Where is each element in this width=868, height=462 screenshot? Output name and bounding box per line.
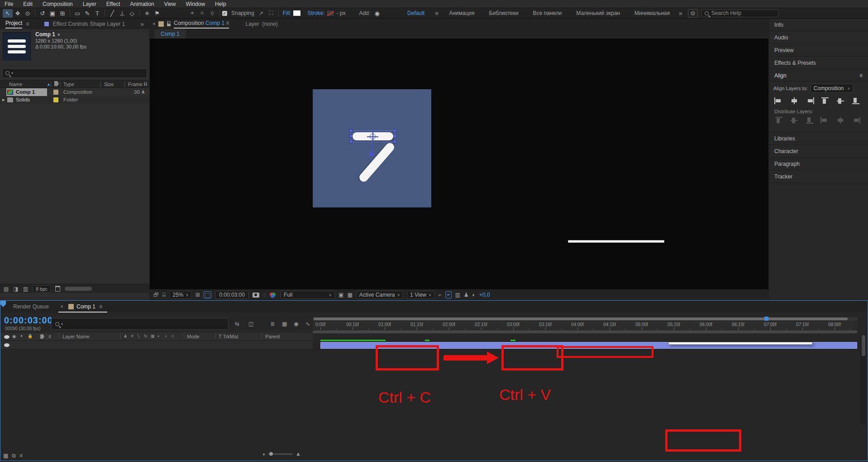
align-panel-menu-icon[interactable]: ≡: [859, 72, 863, 79]
tab-effect-controls[interactable]: Effect Controls Shape Layer 1: [52, 21, 125, 27]
add-menu-icon[interactable]: ◉: [372, 9, 382, 18]
workspace-item[interactable]: Библиотеки: [489, 10, 518, 16]
project-tab-menu-icon[interactable]: ≡: [26, 21, 29, 27]
expand-inout-icon[interactable]: ≡: [19, 452, 23, 459]
expand-layers-icon[interactable]: ▦: [3, 452, 8, 459]
trash-icon[interactable]: [55, 286, 60, 292]
project-proxy-icon[interactable]: ▥: [23, 286, 28, 292]
timeline-zoom-slider[interactable]: [268, 453, 293, 455]
roto-brush-tool[interactable]: ✳: [142, 9, 152, 18]
snapshot-icon[interactable]: [253, 293, 259, 298]
comp-canvas[interactable]: [313, 89, 431, 207]
menubar-item-window[interactable]: Window: [186, 1, 205, 7]
project-item-name[interactable]: Comp 1: [16, 89, 35, 95]
shape-diagonal-bar[interactable]: [358, 141, 396, 183]
pixel-aspect-icon[interactable]: ⌐: [438, 292, 441, 298]
comp-tab-close-icon[interactable]: ×: [153, 21, 156, 27]
project-row[interactable]: Comp 1Composition30♟: [0, 88, 149, 96]
work-area-bar[interactable]: [313, 330, 857, 333]
search-help-box[interactable]: Search Help: [701, 10, 778, 17]
primary-viewer-icon[interactable]: ⌸: [162, 292, 166, 298]
workspace-menu-icon[interactable]: ≡: [432, 9, 442, 18]
workspace-default[interactable]: Default: [407, 10, 424, 16]
align-cv-button[interactable]: [790, 97, 799, 104]
align-r-button[interactable]: [805, 97, 814, 104]
bit-depth-button[interactable]: 8 bpc: [33, 285, 51, 293]
comp-label-swatch[interactable]: [158, 21, 164, 27]
snapping-checkbox[interactable]: ✓: [222, 11, 227, 16]
sidebar-panel-preview[interactable]: Preview: [769, 44, 868, 57]
pan-behind-tool[interactable]: ⊞: [57, 9, 67, 18]
local-axis-icon[interactable]: ⌖: [187, 9, 197, 18]
view-axis-icon[interactable]: ◊: [207, 9, 217, 18]
clone-stamp-tool[interactable]: ⊥: [117, 9, 127, 18]
menubar-item-effect[interactable]: Effect: [106, 1, 120, 7]
sidebar-panel-audio[interactable]: Audio: [769, 31, 868, 44]
timeline-tab-close-icon[interactable]: ×: [60, 303, 63, 310]
fill-swatch[interactable]: [293, 10, 301, 16]
motion-blur-icon[interactable]: ◉: [294, 321, 298, 327]
menubar-item-file[interactable]: File: [5, 1, 13, 7]
project-column-size[interactable]: Size: [104, 82, 114, 87]
region-of-interest-icon[interactable]: ⬚: [204, 291, 211, 298]
grid-guides-icon[interactable]: ⊞: [196, 292, 200, 298]
sidebar-panel-tracker[interactable]: Tracker: [769, 170, 868, 183]
menubar-item-edit[interactable]: Edit: [23, 1, 33, 7]
camera-dropdown[interactable]: Active Camera∨: [356, 291, 403, 299]
index-column-label[interactable]: #: [48, 334, 51, 339]
fill-label[interactable]: Fill:: [283, 10, 291, 16]
mode-column-label[interactable]: Mode: [187, 334, 200, 339]
expand-modes-icon[interactable]: ⧉: [12, 452, 16, 459]
label-swatch[interactable]: [53, 90, 58, 95]
stroke-width-label[interactable]: - px: [336, 10, 345, 16]
magnification-dropdown[interactable]: 25%∨: [169, 291, 192, 299]
puppet-pin-tool[interactable]: ⚑: [152, 9, 162, 18]
stroke-label[interactable]: Stroke:: [307, 10, 324, 16]
sidebar-panel-effects-presets[interactable]: Effects & Presets: [769, 57, 868, 69]
view-layout-dropdown[interactable]: 1 View∨: [407, 291, 434, 299]
tab-composition[interactable]: Composition Comp 1 ≡: [174, 20, 229, 29]
sidebar-panel-libraries[interactable]: Libraries: [769, 132, 868, 145]
timeline-vscrollbar[interactable]: [861, 334, 866, 425]
align-target-dropdown[interactable]: Composition∨: [811, 84, 854, 93]
snap-feature-icon[interactable]: ⛶: [266, 9, 276, 18]
tab-project[interactable]: Project: [5, 20, 22, 29]
show-snapshot-icon[interactable]: ◌: [263, 292, 266, 298]
mini-flowchart-icon[interactable]: ⇆: [235, 321, 239, 327]
timeline-tab-menu-icon[interactable]: ≡: [99, 303, 102, 310]
transparency-grid-icon[interactable]: ▦: [347, 292, 352, 298]
project-search-input[interactable]: ▾: [2, 68, 147, 78]
workspace-item[interactable]: Маленький экран: [576, 10, 620, 16]
snap-key-icon[interactable]: ↗: [256, 9, 266, 18]
zoom-tool[interactable]: ⊙: [23, 9, 33, 18]
current-time-display[interactable]: 0:00:03:00: [4, 315, 53, 326]
project-item-name[interactable]: Solids: [16, 97, 30, 102]
resolution-dropdown[interactable]: Full∨: [281, 291, 335, 299]
comp-sub-tab[interactable]: Comp 1: [161, 31, 180, 37]
workspace-item[interactable]: Анимация: [449, 10, 474, 16]
exposure-reset-icon[interactable]: ◐: [472, 292, 476, 298]
frame-blend-icon[interactable]: ▦: [282, 321, 287, 327]
stroke-swatch[interactable]: [326, 10, 334, 16]
fast-previews-icon[interactable]: 🗲: [445, 291, 452, 298]
align-t-button[interactable]: [820, 97, 830, 104]
shy-layers-icon[interactable]: ≣: [270, 321, 275, 327]
menubar-item-help[interactable]: Help: [215, 1, 226, 7]
align-b-button[interactable]: [851, 97, 860, 104]
panel-overflow-icon[interactable]: »: [140, 20, 144, 28]
layer-visibility-toggle[interactable]: [4, 343, 10, 347]
graph-editor-icon[interactable]: ∿: [305, 321, 310, 327]
selection-tool[interactable]: ↖: [3, 9, 13, 18]
layer-name-column-label[interactable]: Layer Name: [62, 334, 90, 339]
tab-comp-timeline[interactable]: Comp 1: [76, 303, 95, 310]
camera-tool[interactable]: ▣: [48, 9, 57, 18]
exposure-value[interactable]: +0,0: [479, 292, 490, 298]
menubar-item-composition[interactable]: Composition: [43, 1, 73, 7]
world-axis-icon[interactable]: ⌗: [197, 9, 207, 18]
menubar-item-animation[interactable]: Animation: [130, 1, 154, 7]
composition-viewer[interactable]: [150, 38, 768, 289]
project-interpret-icon[interactable]: ◨: [13, 286, 18, 292]
viewer-time-display[interactable]: 0:00:03:00: [215, 291, 249, 299]
zoom-in-mountain-icon[interactable]: ▲: [296, 451, 301, 457]
comp-name-caret-icon[interactable]: ▼: [57, 33, 61, 37]
